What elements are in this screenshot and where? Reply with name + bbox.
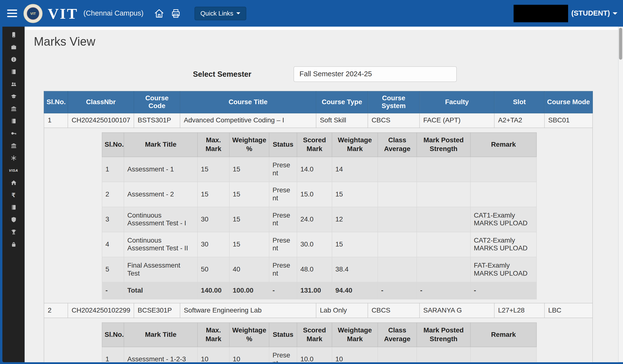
marks-cell: 30 bbox=[198, 232, 229, 257]
course-cell: L27+L28 bbox=[494, 303, 544, 318]
graduation-cap-icon[interactable] bbox=[2, 90, 25, 103]
semester-row: Select Semester Fall Semester 2024-25 bbox=[25, 66, 618, 82]
users-icon[interactable] bbox=[2, 78, 25, 90]
semester-selected-value: Fall Semester 2024-25 bbox=[300, 70, 372, 78]
vertical-scrollbar[interactable] bbox=[618, 27, 623, 362]
marks-header-cell: Weightage % bbox=[229, 133, 269, 157]
key-icon[interactable] bbox=[2, 127, 25, 140]
user-name-redacted bbox=[514, 5, 568, 22]
marks-header-cell: Mark Title bbox=[124, 133, 198, 157]
marks-header-cell: Mark Posted Strength bbox=[417, 133, 470, 157]
marks-cell: 15 bbox=[332, 182, 378, 207]
marks-header-cell: Sl.No. bbox=[102, 323, 124, 347]
marks-cell bbox=[417, 232, 470, 257]
marks-cell: Final Assessment Test bbox=[124, 257, 198, 282]
marks-row: 2Assessment - 21515Present15.015 bbox=[102, 182, 536, 207]
marks-cell bbox=[417, 347, 470, 362]
marks-cell bbox=[470, 182, 536, 207]
courses-header-cell: Course Title bbox=[180, 91, 316, 113]
courses-table: Sl.No.ClassNbrCourse CodeCourse TitleCou… bbox=[44, 91, 593, 362]
marks-row: 1Assessment - 1-2-31010Present10.010 bbox=[102, 347, 536, 362]
marks-total-cell: - bbox=[378, 282, 417, 299]
vit-logo-seal bbox=[23, 4, 43, 23]
course-cell: Software Engineering Lab bbox=[180, 303, 316, 318]
course-cell: SARANYA G bbox=[420, 303, 494, 318]
bank-icon[interactable] bbox=[2, 103, 25, 115]
course-cell: BCSE301P bbox=[134, 303, 180, 318]
marks-row: 4Continuous Assessment Test - II3015Pres… bbox=[102, 232, 536, 257]
visa-icon[interactable]: VISA bbox=[2, 164, 25, 176]
book-icon[interactable] bbox=[2, 115, 25, 127]
course-cell: LBC bbox=[545, 303, 593, 318]
marks-cell: 10 bbox=[229, 347, 269, 362]
marks-row: 5Final Assessment Test5040Present48.038.… bbox=[102, 257, 536, 282]
marks-row: 1Assessment - 11515Present14.014 bbox=[102, 157, 536, 182]
marks-cell bbox=[417, 182, 470, 207]
shield-icon[interactable] bbox=[2, 214, 25, 226]
marks-header-cell: Max. Mark bbox=[198, 133, 229, 157]
bank-icon[interactable] bbox=[2, 140, 25, 152]
marks-cell: 15 bbox=[332, 232, 378, 257]
main-content: Marks View Select Semester Fall Semester… bbox=[25, 27, 618, 362]
marks-cell: 15 bbox=[229, 207, 269, 232]
quick-links-button[interactable]: Quick Links bbox=[194, 7, 246, 20]
home-icon[interactable] bbox=[2, 176, 25, 189]
print-icon[interactable] bbox=[171, 8, 181, 19]
marks-table: Sl.No.Mark TitleMax. MarkWeightage %Stat… bbox=[102, 132, 537, 300]
marks-row: 3Continuous Assessment Test - I3015Prese… bbox=[102, 207, 536, 232]
home-icon[interactable] bbox=[154, 8, 164, 19]
semester-label: Select Semester bbox=[193, 70, 251, 78]
course-cell: FACE (APT) bbox=[420, 113, 494, 128]
course-cell: Soft Skill bbox=[316, 113, 368, 128]
trophy-icon[interactable] bbox=[2, 226, 25, 238]
marks-cell bbox=[470, 347, 536, 362]
scrollbar-thumb[interactable] bbox=[619, 28, 622, 60]
book-icon[interactable] bbox=[2, 65, 25, 78]
marks-cell: CAT1-Examly MARKS UPLOAD bbox=[470, 207, 536, 232]
marks-header-cell: Remark bbox=[470, 323, 536, 347]
courses-header-cell: Course Mode bbox=[545, 91, 593, 113]
marks-cell: 14 bbox=[332, 157, 378, 182]
chevron-down-icon bbox=[236, 12, 240, 14]
body-frame: VISA₹ Marks View Select Semester Fall Se… bbox=[0, 27, 623, 364]
semester-select[interactable]: Fall Semester 2024-25 bbox=[293, 66, 457, 82]
course-cell: BSTS301P bbox=[134, 113, 180, 128]
marks-cell bbox=[417, 257, 470, 282]
marks-cell: 12 bbox=[332, 207, 378, 232]
phone-icon[interactable] bbox=[2, 29, 25, 41]
marks-cell bbox=[378, 207, 417, 232]
course-row: 2CH2024250102299BCSE301PSoftware Enginee… bbox=[44, 303, 593, 318]
courses-header-cell: Slot bbox=[494, 91, 544, 113]
brand-title: VIT bbox=[48, 6, 78, 21]
marks-cell: Assessment - 1-2-3 bbox=[124, 347, 198, 362]
marks-cell bbox=[417, 157, 470, 182]
marks-cell: 24.0 bbox=[297, 207, 332, 232]
marks-header-cell: Weightage Mark bbox=[332, 323, 378, 347]
marks-cell: 15 bbox=[229, 232, 269, 257]
marks-section: Sl.No.Mark TitleMax. MarkWeightage %Stat… bbox=[44, 128, 593, 303]
marks-cell: 15 bbox=[198, 157, 229, 182]
marks-cell bbox=[378, 157, 417, 182]
marks-cell: 2 bbox=[102, 182, 124, 207]
marks-header-cell: Mark Posted Strength bbox=[417, 323, 470, 347]
marks-table: Sl.No.Mark TitleMax. MarkWeightage %Stat… bbox=[102, 322, 537, 362]
course-cell: 2 bbox=[44, 303, 68, 318]
info-icon[interactable] bbox=[2, 53, 25, 65]
marks-cell: Present bbox=[269, 207, 297, 232]
book-icon[interactable] bbox=[2, 201, 25, 214]
top-navbar: VIT (Chennai Campus) Quick Links (STUDEN… bbox=[0, 0, 623, 27]
gear-icon[interactable] bbox=[2, 152, 25, 164]
marks-cell: Present bbox=[269, 182, 297, 207]
user-menu[interactable]: (STUDENT) bbox=[514, 5, 617, 22]
course-cell: CH2024250100107 bbox=[68, 113, 134, 128]
marks-cell: Assessment - 1 bbox=[124, 157, 198, 182]
page-title: Marks View bbox=[34, 35, 618, 49]
lock-icon[interactable] bbox=[2, 238, 25, 251]
marks-cell: Present bbox=[269, 232, 297, 257]
menu-hamburger-icon[interactable] bbox=[7, 7, 18, 19]
marks-cell: 3 bbox=[102, 207, 124, 232]
rupee-icon[interactable]: ₹ bbox=[2, 189, 25, 201]
marks-section-row: Sl.No.Mark TitleMax. MarkWeightage %Stat… bbox=[44, 128, 593, 303]
marks-header-cell: Mark Title bbox=[124, 323, 198, 347]
briefcase-icon[interactable] bbox=[2, 41, 25, 53]
